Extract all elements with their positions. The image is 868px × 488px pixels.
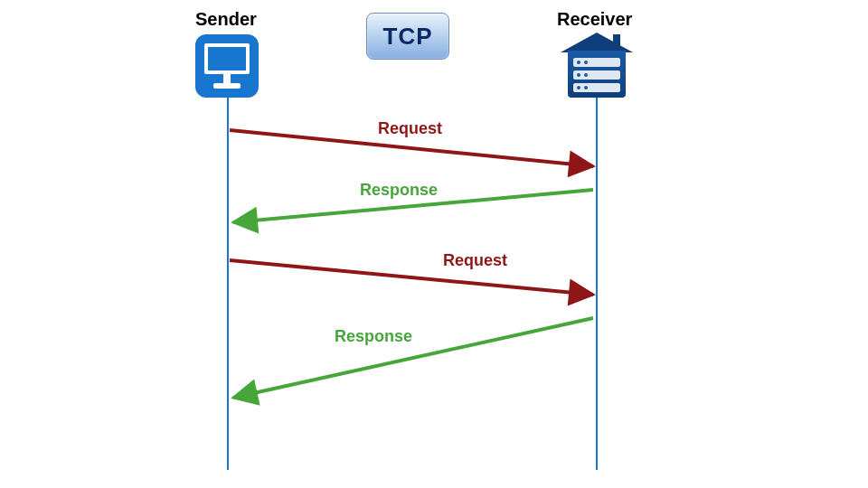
arrow-request-2 <box>230 260 593 295</box>
tcp-sequence-diagram: Sender Receiver TCP Request Response Req… <box>0 0 868 488</box>
arrow-response-2 <box>233 318 593 398</box>
label-response-1: Response <box>360 181 438 200</box>
label-request-1: Request <box>378 119 442 138</box>
label-response-2: Response <box>335 327 412 346</box>
label-request-2: Request <box>443 251 507 270</box>
message-arrows <box>0 0 868 488</box>
